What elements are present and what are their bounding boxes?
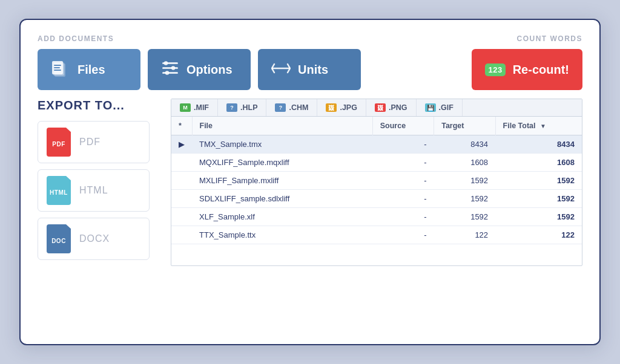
row-file: SDLXLIFF_sample.sdlxliff [192,190,372,208]
tab-hlp-label: .HLP [240,103,257,112]
docx-label: DOCX [79,233,110,244]
tab-jpg[interactable]: 🖼 .JPG [317,99,366,116]
row-file: MQXLIFF_Sample.mqxliff [192,154,372,172]
table-header-row: * File Source Target File Total ▼ [171,117,582,135]
jpg-dot: 🖼 [326,103,337,112]
row-source: - [372,226,434,244]
table-row[interactable]: ▶TMX_Sample.tmx-84348434 [171,135,582,154]
col-header-total[interactable]: File Total ▼ [495,117,582,135]
recount-button[interactable]: 123 Re-count! [472,49,582,90]
files-label: Files [78,63,105,77]
left-panel: EXPORT TO... PDF PDF HTML HTML DOC DOCX [38,99,171,266]
svg-rect-8 [162,72,178,74]
row-target: 8434 [434,135,495,154]
options-icon [161,59,179,80]
gif-dot: 💾 [425,103,436,112]
units-icon [271,61,291,79]
options-label: Options [186,63,232,77]
export-docx-button[interactable]: DOC DOCX [38,218,150,260]
pdf-label: PDF [79,137,101,148]
row-source: - [372,172,434,190]
file-table-container: * File Source Target File Total ▼ ▶TMX_S… [171,117,582,244]
tab-hlp[interactable]: ? .HLP [218,99,266,116]
row-total: 1592 [495,208,582,226]
export-html-button[interactable]: HTML HTML [38,169,150,212]
svg-point-11 [166,71,169,74]
tab-chm[interactable]: ? .CHM [266,99,317,116]
table-row[interactable]: SDLXLIFF_sample.sdlxliff-15921592 [171,190,582,208]
svg-rect-5 [54,70,61,71]
row-target: 1592 [434,172,495,190]
col-header-target[interactable]: Target [434,117,495,135]
col-header-source[interactable]: Source [372,117,434,135]
svg-point-9 [165,62,168,65]
main-content: EXPORT TO... PDF PDF HTML HTML DOC DOCX [38,99,582,266]
files-button[interactable]: Files [38,49,140,90]
row-source: - [372,135,434,154]
options-button[interactable]: Options [148,49,251,90]
row-star [171,190,192,208]
count-words-section: COUNT WORDS 123 Re-count! [472,34,582,90]
tab-row: M .MIF ? .HLP ? .CHM 🖼 .JPG 🖼 .PNG [171,99,582,117]
right-panel: M .MIF ? .HLP ? .CHM 🖼 .JPG 🖼 .PNG [171,99,582,266]
html-icon: HTML [47,176,71,205]
row-total: 1608 [495,154,582,172]
badge-123: 123 [485,63,505,76]
row-file: XLF_Sample.xlf [192,208,372,226]
table-row[interactable]: XLF_Sample.xlf-15921592 [171,208,582,226]
svg-rect-7 [162,67,178,69]
svg-point-10 [172,67,175,70]
row-file: MXLIFF_Sample.mxliff [192,172,372,190]
row-target: 1592 [434,190,495,208]
hlp-dot: ? [226,103,237,112]
tab-gif[interactable]: 💾 .GIF [417,99,463,116]
row-total: 8434 [495,135,582,154]
units-button[interactable]: Units [258,49,361,90]
row-star [171,154,192,172]
col-header-file[interactable]: File [192,117,372,135]
svg-rect-4 [54,67,60,68]
sort-icon: ▼ [540,123,546,129]
row-star [171,226,192,244]
units-label: Units [298,63,328,77]
tab-gif-label: .GIF [439,103,453,112]
file-table: * File Source Target File Total ▼ ▶TMX_S… [171,117,582,244]
row-total: 1592 [495,172,582,190]
file-table-body: ▶TMX_Sample.tmx-84348434MQXLIFF_Sample.m… [171,135,582,244]
tab-png[interactable]: 🖼 .PNG [366,99,417,116]
row-source: - [372,154,434,172]
files-icon [51,59,70,81]
tab-jpg-label: .JPG [340,103,357,112]
add-documents-label: ADD DOCUMENTS Fi [38,34,472,90]
html-label: HTML [79,185,108,196]
svg-rect-3 [54,65,61,66]
tab-png-label: .PNG [389,103,407,112]
table-row[interactable]: MXLIFF_Sample.mxliff-15921592 [171,172,582,190]
tab-mif[interactable]: M .MIF [171,99,218,116]
row-target: 1608 [434,154,495,172]
pdf-icon: PDF [47,128,71,157]
toolbar: Files Options [38,49,472,90]
row-source: - [372,208,434,226]
row-source: - [372,190,434,208]
row-total: 122 [495,226,582,244]
col-header-star: * [171,117,192,135]
row-file: TMX_Sample.tmx [192,135,372,154]
export-pdf-button[interactable]: PDF PDF [38,121,150,163]
row-target: 122 [434,226,495,244]
row-total: 1592 [495,190,582,208]
export-label: EXPORT TO... [38,99,160,112]
app-window: ADD DOCUMENTS Fi [19,19,601,345]
row-star [171,208,192,226]
row-star [171,172,192,190]
table-row[interactable]: MQXLIFF_Sample.mqxliff-16081608 [171,154,582,172]
row-file: TTX_Sample.ttx [192,226,372,244]
table-row[interactable]: TTX_Sample.ttx-122122 [171,226,582,244]
docx-icon: DOC [47,224,71,253]
mif-dot: M [180,103,191,112]
tab-chm-label: .CHM [289,103,308,112]
row-target: 1592 [434,208,495,226]
row-star: ▶ [171,135,192,154]
tab-mif-label: .MIF [194,103,209,112]
recount-label: Re-count! [513,63,569,77]
